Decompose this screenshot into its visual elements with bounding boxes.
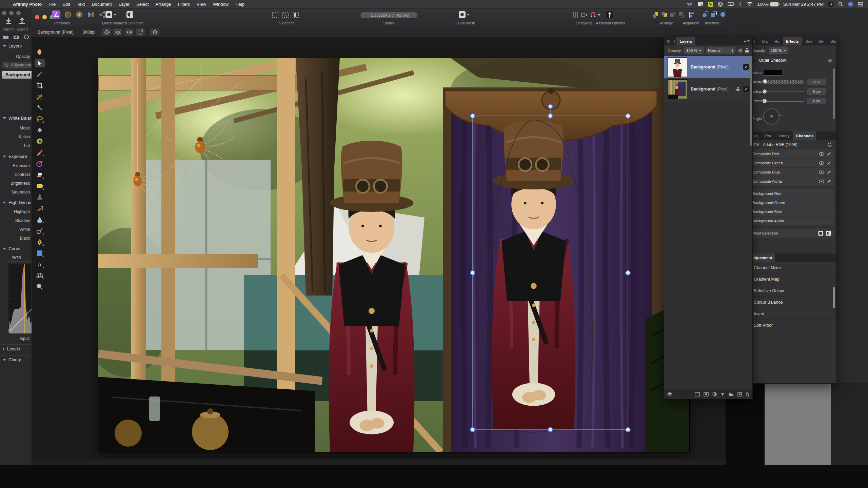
layer-lock-icon[interactable] [736, 87, 740, 91]
menu-select[interactable]: Select [136, 2, 149, 7]
menu-file[interactable]: File [48, 2, 56, 7]
sponge-tool[interactable] [35, 182, 45, 190]
menu-arrange[interactable]: Arrange [155, 2, 171, 7]
lock-icon[interactable] [745, 48, 749, 53]
layer-row[interactable]: Background (Pixel) ✓ [664, 78, 752, 100]
smudge-tool[interactable] [35, 226, 45, 235]
handle-top-left[interactable] [471, 114, 475, 118]
import-label[interactable]: Import [3, 27, 14, 31]
add-layer-icon[interactable] [737, 392, 742, 396]
menu-help[interactable]: Help [235, 2, 244, 7]
import-icon[interactable] [5, 17, 12, 26]
move-tool[interactable] [35, 59, 45, 67]
effects-scrollbar[interactable] [833, 68, 835, 119]
offset-knob[interactable] [763, 99, 767, 103]
panel-detach-icon[interactable]: ‖ [672, 37, 677, 45]
butterfly-icon[interactable] [687, 2, 693, 6]
export-label[interactable]: Export [17, 27, 28, 31]
app-menu[interactable]: Affinity Photo [13, 2, 42, 7]
alignment-button[interactable] [687, 11, 695, 20]
shadow-opacity-knob[interactable] [763, 79, 767, 84]
show-selection-icon[interactable] [113, 28, 122, 36]
pencil-icon[interactable] [827, 179, 831, 183]
tab-effects[interactable]: Effects [783, 37, 802, 45]
handle-bottom-left[interactable] [471, 428, 475, 432]
pencil-icon[interactable] [827, 152, 831, 156]
invert-selection-button[interactable] [126, 11, 133, 18]
flip-horizontal-icon[interactable] [124, 28, 134, 36]
adjustment-item[interactable]: Selective Colour [748, 285, 836, 297]
liquify-persona-button[interactable] [63, 10, 72, 19]
add-live-filter-icon[interactable] [721, 392, 725, 396]
adjustment-item[interactable]: Invert [748, 308, 836, 320]
tab-histogram[interactable]: Hg [771, 37, 783, 45]
menu-clock[interactable]: Sun Mar 29 2:47 PM [783, 2, 824, 7]
levels-header[interactable]: Levels [3, 346, 20, 351]
move-to-front-icon[interactable] [652, 12, 659, 18]
background-layer-item[interactable]: Background [2, 71, 32, 79]
lens-icon[interactable] [24, 35, 29, 39]
zoom-tool[interactable] [35, 282, 45, 291]
channel-row[interactable]: Background Green [750, 198, 834, 207]
insert-behind-icon[interactable] [719, 11, 726, 18]
clone-stamp-tool[interactable] [35, 193, 45, 202]
transform-icon[interactable] [136, 28, 145, 36]
snap-move-icon[interactable] [581, 12, 588, 18]
handle-mid-left[interactable] [471, 271, 475, 275]
circle-zero-icon[interactable] [718, 2, 723, 7]
snapping-options-button[interactable] [590, 12, 600, 18]
adjustment-scrollbar[interactable] [833, 287, 835, 308]
tone-mapping-persona-button[interactable] [86, 10, 95, 19]
adjustment-item[interactable]: Gradient Map [748, 273, 836, 285]
radius-knob[interactable] [763, 89, 767, 94]
menu-filters[interactable]: Filters [178, 2, 190, 7]
effects-opacity-dropdown[interactable]: 100 % [769, 47, 788, 54]
cycle-selection-box-icon[interactable] [102, 28, 111, 36]
rotate-icon[interactable] [150, 28, 159, 36]
channel-row[interactable]: Background Blue [750, 207, 834, 216]
add-pixel-layer-icon[interactable] [695, 392, 700, 396]
minimize-window-button[interactable] [42, 15, 47, 19]
menu-window[interactable]: Window [213, 2, 229, 7]
angle-dial[interactable]: 0° [763, 108, 780, 125]
invert-pixel-selection-icon[interactable] [292, 12, 299, 18]
pixel-selection-row[interactable]: Pixel Selection [750, 229, 834, 238]
marquee-icon[interactable] [272, 12, 279, 18]
bluetooth-icon[interactable] [738, 2, 742, 6]
blend-mode-dropdown[interactable]: Normal [706, 47, 735, 54]
control-center-icon[interactable] [858, 2, 863, 6]
layers-empty-area[interactable] [664, 102, 752, 389]
panel-menu-icon[interactable]: ≡ [741, 37, 752, 45]
menu-document[interactable]: Document [92, 2, 112, 7]
add-adjustment-icon[interactable] [712, 392, 717, 396]
document-status-pill[interactable]: _DD32324 2.tif (41.0%) * [360, 12, 417, 18]
selection-brush-tool[interactable] [35, 92, 45, 101]
lasso-tool[interactable] [35, 115, 45, 123]
curve-header[interactable]: Curve [3, 246, 20, 251]
tab-layers[interactable]: Layers [676, 37, 695, 45]
crop-tool[interactable] [35, 81, 45, 90]
layer-visibility-checkbox[interactable]: ✓ [743, 86, 749, 92]
blur-tool[interactable] [35, 215, 45, 224]
tab-swatches[interactable]: Swt [802, 37, 815, 45]
white-balance-header[interactable]: White Balance [3, 116, 32, 121]
view-tool[interactable] [35, 47, 45, 56]
channel-row[interactable]: Composite Alpha [750, 177, 834, 186]
channel-row[interactable]: Composite Red [750, 149, 834, 158]
undo-brush-tool[interactable] [35, 204, 45, 213]
layer-row-selected[interactable]: Background (Pixel) ✓ [664, 56, 752, 78]
layers-section-header[interactable]: Layers [3, 43, 22, 48]
colour-picker-tool[interactable] [35, 70, 45, 79]
move-backward-icon[interactable] [670, 12, 676, 18]
one-password-icon[interactable]: U [828, 2, 833, 7]
audio-meter-icon[interactable] [708, 2, 713, 7]
handle-top-right[interactable] [626, 114, 630, 118]
camera-icon[interactable] [13, 35, 19, 39]
exposure-header[interactable]: Exposure [3, 154, 27, 159]
add-group-icon[interactable] [729, 392, 734, 396]
mesh-warp-tool[interactable] [35, 271, 45, 280]
channel-row[interactable]: Composite Green [750, 159, 834, 167]
tab-channels[interactable]: Channels [793, 131, 817, 140]
menu-view[interactable]: View [197, 2, 206, 7]
reset-channels-icon[interactable] [827, 142, 832, 147]
